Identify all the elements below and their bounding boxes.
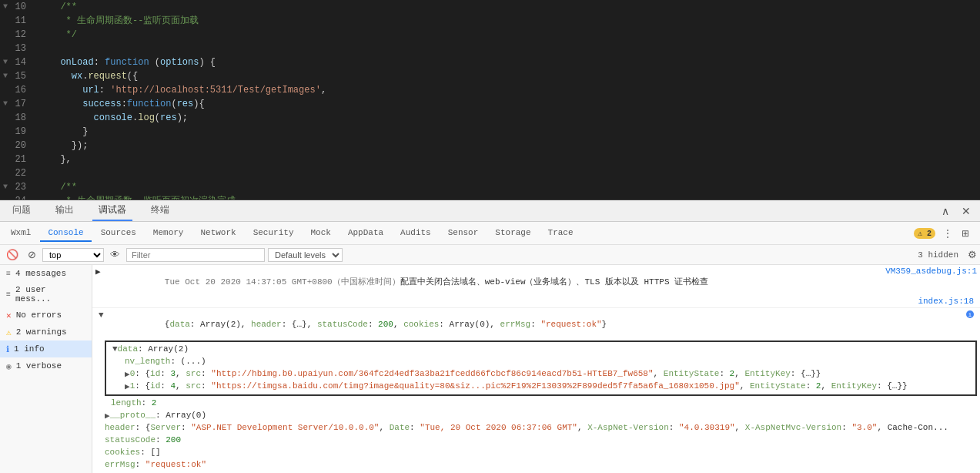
devtools-controls: ∧ ✕ xyxy=(938,203,974,219)
sidebar-label-info: 1 info xyxy=(14,344,45,354)
info-icon: ℹ xyxy=(6,344,9,354)
header-line: header: {Server: "ASP.NET Development Se… xyxy=(105,423,948,432)
code-line-24: 24 * 生命周期函数--监听页面初次渲染完成 xyxy=(0,194,980,200)
tab-wxml[interactable]: Wxml xyxy=(3,225,38,242)
sidebar-item-all-messages[interactable]: ≡ 4 messages xyxy=(0,265,92,282)
vm359-link[interactable]: VM359_asdebug.js:1 xyxy=(885,267,977,276)
expand-item1-arrow[interactable]: ▶ xyxy=(125,381,130,391)
tab-memory[interactable]: Memory xyxy=(145,225,192,242)
context-select[interactable]: top xyxy=(42,248,104,262)
tab-audits[interactable]: Audits xyxy=(393,225,439,242)
tab-trace[interactable]: Trace xyxy=(540,225,581,242)
expand-item0-arrow[interactable]: ▶ xyxy=(125,369,130,379)
sidebar-item-info[interactable]: ℹ 1 info xyxy=(0,340,92,357)
code-line-13: 13 xyxy=(0,42,980,55)
length-line: length: 2 xyxy=(111,398,156,408)
fold-arrow-23[interactable]: ▼ xyxy=(0,180,11,194)
item0-content: 0: {id: 3, src: "http://hbimg.b0.upaiyun… xyxy=(130,369,821,378)
cookies-line: cookies: [] xyxy=(105,448,161,457)
code-line-14: ▼ 14 onLoad: function (options) { xyxy=(0,55,980,69)
code-line-21: 21 }, xyxy=(0,153,980,166)
code-line-16: 16 url: 'http://localhost:5311/Test/getI… xyxy=(0,83,980,97)
code-line-11: 11 * 生命周期函数--监听页面加载 xyxy=(0,14,980,28)
expand-icon[interactable]: ⋮ xyxy=(942,226,954,240)
code-line-15: ▼ 15 wx.request({ xyxy=(0,69,980,83)
code-line-22: 22 xyxy=(0,166,980,180)
fold-arrow-15[interactable]: ▼ xyxy=(0,69,11,83)
fold-arrow-17[interactable]: ▼ xyxy=(0,97,11,111)
sidebar-item-user-messages[interactable]: ≡ 2 user mess... xyxy=(0,282,92,307)
grid-icon[interactable]: ⊞ xyxy=(960,226,971,240)
sidebar-label-user: 2 user mess... xyxy=(15,285,85,304)
devtools-titlebar: 问题 输出 调试器 终端 ∧ ✕ xyxy=(0,200,980,222)
timestamp-text: Tue Oct 20 2020 14:37:05 GMT+0800（中国标准时间… xyxy=(104,267,883,297)
code-editor: ▼ 10 /** 11 * 生命周期函数--监听页面加载 12 */ 13 ▼ … xyxy=(0,0,980,200)
console-toolbar: 🚫 ⊘ top 👁 Default levels 3 hidden ⚙ xyxy=(0,245,980,265)
error-icon: ✕ xyxy=(6,310,12,320)
fold-arrow-10[interactable]: ▼ xyxy=(0,0,11,14)
data-key: data: Array(2) xyxy=(118,344,189,354)
code-line-17: ▼ 17 success:function(res){ xyxy=(0,97,980,111)
fold-arrow-14[interactable]: ▼ xyxy=(0,55,11,69)
tab-debugger[interactable]: 调试器 xyxy=(92,200,132,221)
collapse-button[interactable]: ∧ xyxy=(938,203,952,219)
sidebar-label-warnings: 2 warnings xyxy=(16,327,67,337)
console-output: ▶ Tue Oct 20 2020 14:37:05 GMT+0800（中国标准… xyxy=(92,265,980,473)
proto-array-arrow[interactable]: ▶ xyxy=(105,411,110,421)
tab-mock[interactable]: Mock xyxy=(303,225,338,242)
indexjs-link[interactable]: index.js:18 xyxy=(918,297,974,306)
sidebar-item-errors[interactable]: ✕ No errors xyxy=(0,307,92,324)
devtools-navbar: Wxml Console Sources Memory Network Secu… xyxy=(0,222,980,245)
console-entry-timestamp: ▶ Tue Oct 20 2020 14:37:05 GMT+0800（中国标准… xyxy=(92,265,980,308)
proto-array: __proto__: Array(0) xyxy=(110,411,206,420)
warning-icon: ⚠ xyxy=(6,327,12,337)
code-line-23: ▼ 23 /** xyxy=(0,180,980,194)
filter-input[interactable] xyxy=(126,248,265,262)
hidden-count: 3 hidden xyxy=(918,250,958,260)
stop-button[interactable]: ⊘ xyxy=(25,248,39,261)
nv-length: nv_length: (...) xyxy=(125,357,206,366)
tab-output[interactable]: 输出 xyxy=(49,200,80,221)
console-sidebar: ≡ 4 messages ≡ 2 user mess... ✕ No error… xyxy=(0,265,92,473)
nav-right-controls: ⚠ 2 ⋮ ⊞ xyxy=(914,226,977,240)
tab-console[interactable]: Console xyxy=(40,225,91,242)
devtools-panel: 问题 输出 调试器 终端 ∧ ✕ Wxml Console Sources Me… xyxy=(0,200,980,473)
code-line-18: 18 console.log(res); xyxy=(0,111,980,125)
sidebar-item-verbose[interactable]: ◉ 1 verbose xyxy=(0,357,92,374)
info-dot: i xyxy=(966,310,974,318)
sidebar-label-verbose: 1 verbose xyxy=(16,361,62,371)
sidebar-item-warnings[interactable]: ⚠ 2 warnings xyxy=(0,324,92,340)
expand-object-arrow[interactable]: ▼ xyxy=(99,310,104,320)
tab-terminal[interactable]: 终端 xyxy=(145,200,176,221)
code-line-19: 19 } xyxy=(0,125,980,139)
devtools-main: ≡ 4 messages ≡ 2 user mess... ✕ No error… xyxy=(0,265,980,473)
tab-storage[interactable]: Storage xyxy=(487,225,538,242)
settings-button[interactable]: ⚙ xyxy=(968,249,977,260)
code-line-20: 20 }); xyxy=(0,139,980,153)
sidebar-label-all: 4 messages xyxy=(15,269,66,278)
code-line-12: 12 */ xyxy=(0,28,980,42)
sidebar-label-errors: No errors xyxy=(16,310,62,320)
item1-content: 1: {id: 4, src: "https://timgsa.baidu.co… xyxy=(130,381,908,391)
clear-console-button[interactable]: 🚫 xyxy=(3,248,22,261)
statuscode-line: statusCode: 200 xyxy=(105,435,181,444)
warning-badge: ⚠ 2 xyxy=(914,228,935,239)
level-select[interactable]: Default levels xyxy=(268,248,343,262)
eye-button[interactable]: 👁 xyxy=(107,248,123,261)
tab-appdata[interactable]: AppData xyxy=(340,225,391,242)
tab-network[interactable]: Network xyxy=(192,225,243,242)
close-button[interactable]: ✕ xyxy=(958,203,974,219)
expand-data-arrow[interactable]: ▼ xyxy=(112,344,118,354)
tab-issues[interactable]: 问题 xyxy=(6,200,37,221)
errmsg-line: errMsg: "request:ok" xyxy=(105,460,206,469)
tab-sensor[interactable]: Sensor xyxy=(440,225,487,242)
devtools-title-tabs: 问题 输出 调试器 终端 xyxy=(6,200,938,221)
messages-icon: ≡ xyxy=(6,270,11,278)
console-entry-object: ▼ {data: Array(2), header: {…}, statusCo… xyxy=(92,308,980,473)
data-section: ▼ data: Array(2) nv_length: (...) ▶ 0: {… xyxy=(105,340,977,396)
code-line-10: ▼ 10 /** xyxy=(0,0,980,14)
object-summary: {data: Array(2), header: {…}, statusCode… xyxy=(104,310,963,338)
tab-sources[interactable]: Sources xyxy=(93,225,144,242)
expand-arrow-timestamp[interactable]: ▶ xyxy=(95,267,101,277)
tab-security[interactable]: Security xyxy=(246,225,302,242)
